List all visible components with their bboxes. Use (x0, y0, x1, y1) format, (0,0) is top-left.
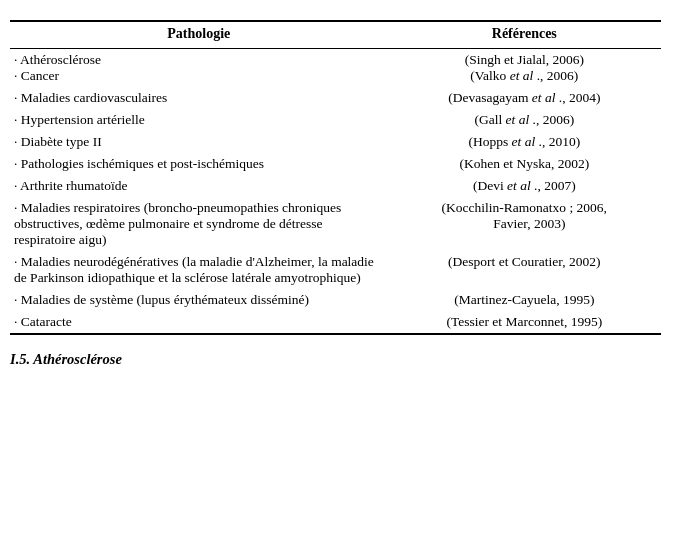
pathologie-text: · Diabète type II (14, 134, 102, 149)
section-footer-text: I.5. Athérosclérose (10, 351, 122, 367)
table-row: · Hypertension artérielle (Gall et al .,… (10, 109, 661, 131)
reference-cell: (Singh et Jialal, 2006)(Valko et al ., 2… (388, 49, 661, 88)
pathologie-text: · Maladies neurodégénératives (la maladi… (14, 254, 374, 285)
reference-cell: (Gall et al ., 2006) (388, 109, 661, 131)
reference-text: (Kocchilin-Ramonatxo ; 2006, Favier, 200… (442, 200, 607, 231)
pathologies-table: Pathologie Références · Athérosclérose· … (10, 20, 661, 335)
main-table-container: Pathologie Références · Athérosclérose· … (10, 20, 661, 335)
header-pathologie: Pathologie (10, 21, 388, 49)
reference-text: (Martinez-Cayuela, 1995) (454, 292, 594, 307)
reference-text: (Tessier et Marconnet, 1995) (446, 314, 602, 329)
pathologie-cell: · Pathologies ischémiques et post-ischém… (10, 153, 388, 175)
pathologie-cell: · Arthrite rhumatoïde (10, 175, 388, 197)
pathologie-text: · Arthrite rhumatoïde (14, 178, 128, 193)
table-row: · Arthrite rhumatoïde (Devi et al ., 200… (10, 175, 661, 197)
pathologie-cell: · Hypertension artérielle (10, 109, 388, 131)
reference-text: (Devasagayam et al ., 2004) (448, 90, 600, 105)
pathologie-text: · Maladies de système (lupus érythémateu… (14, 292, 309, 307)
table-row: · Maladies respiratoires (broncho-pneumo… (10, 197, 661, 251)
section-footer-heading: I.5. Athérosclérose (10, 351, 661, 368)
reference-cell: (Hopps et al ., 2010) (388, 131, 661, 153)
reference-text: (Desport et Couratier, 2002) (448, 254, 600, 269)
pathologie-cell: · Diabète type II (10, 131, 388, 153)
pathologie-cell: · Maladies de système (lupus érythémateu… (10, 289, 388, 311)
reference-cell: (Kocchilin-Ramonatxo ; 2006, Favier, 200… (388, 197, 661, 251)
pathologie-text: · Maladies cardiovasculaires (14, 90, 167, 105)
reference-cell: (Devasagayam et al ., 2004) (388, 87, 661, 109)
reference-text: (Kohen et Nyska, 2002) (459, 156, 589, 171)
pathologie-cell: · Cataracte (10, 311, 388, 334)
pathologie-cell: · Maladies respiratoires (broncho-pneumo… (10, 197, 388, 251)
table-row: · Diabète type II (Hopps et al ., 2010) (10, 131, 661, 153)
pathologie-text: · Pathologies ischémiques et post-ischém… (14, 156, 264, 171)
reference-cell: (Devi et al ., 2007) (388, 175, 661, 197)
table-row: · Pathologies ischémiques et post-ischém… (10, 153, 661, 175)
table-row: · Athérosclérose· Cancer (Singh et Jiala… (10, 49, 661, 88)
header-references: Références (388, 21, 661, 49)
pathologie-text: · Maladies respiratoires (broncho-pneumo… (14, 200, 341, 247)
table-row: · Maladies de système (lupus érythémateu… (10, 289, 661, 311)
pathologie-cell: · Maladies cardiovasculaires (10, 87, 388, 109)
reference-text: (Singh et Jialal, 2006)(Valko et al ., 2… (465, 52, 584, 83)
reference-text: (Gall et al ., 2006) (474, 112, 574, 127)
reference-cell: (Desport et Couratier, 2002) (388, 251, 661, 289)
reference-cell: (Tessier et Marconnet, 1995) (388, 311, 661, 334)
reference-cell: (Kohen et Nyska, 2002) (388, 153, 661, 175)
pathologie-text: · Hypertension artérielle (14, 112, 145, 127)
pathologie-text: · Cataracte (14, 314, 72, 329)
pathologie-cell: · Athérosclérose· Cancer (10, 49, 388, 88)
pathologie-text: · Athérosclérose· Cancer (14, 52, 101, 83)
table-row: · Maladies neurodégénératives (la maladi… (10, 251, 661, 289)
pathologie-cell: · Maladies neurodégénératives (la maladi… (10, 251, 388, 289)
table-row: · Cataracte (Tessier et Marconnet, 1995) (10, 311, 661, 334)
reference-cell: (Martinez-Cayuela, 1995) (388, 289, 661, 311)
reference-text: (Hopps et al ., 2010) (468, 134, 580, 149)
table-row: · Maladies cardiovasculaires (Devasagaya… (10, 87, 661, 109)
reference-text: (Devi et al ., 2007) (473, 178, 576, 193)
